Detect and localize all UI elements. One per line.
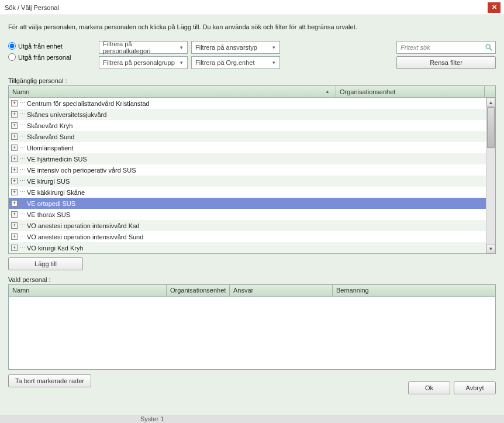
clear-filter-label: Rensa filter	[430, 59, 462, 66]
tree-row[interactable]: +⋯VE ortopedi SUS	[9, 198, 486, 209]
expand-icon[interactable]: +	[11, 200, 18, 207]
selected-table: Namn Organisationsenhet Ansvar Bemanning	[8, 284, 496, 370]
svg-point-0	[486, 44, 490, 49]
expand-icon[interactable]: +	[11, 122, 18, 129]
expand-icon[interactable]: +	[11, 233, 18, 240]
chevron-down-icon: ▾	[178, 44, 185, 51]
radio-personal-input[interactable]	[8, 53, 16, 61]
chevron-down-icon: ▾	[270, 59, 278, 67]
tree-row[interactable]: +⋯VO kirurgi Ksd Kryh	[9, 242, 486, 253]
tree-row[interactable]: +⋯Skånevård Sund	[9, 131, 486, 142]
tree-connector-icon: ⋯	[19, 122, 25, 129]
tree-row[interactable]: +⋯Centrum för specialisttandvård Kristia…	[9, 98, 486, 109]
tree-row-label: VE hjärtmedicin SUS	[27, 156, 87, 163]
filter-ansvarstyp-dropdown[interactable]: Filtrera på ansvarstyp ▾	[191, 41, 280, 54]
radio-from-unit[interactable]: Utgå från enhet	[8, 42, 93, 50]
freetext-search-input[interactable]: Fritext sök	[396, 41, 496, 54]
expand-icon[interactable]: +	[11, 133, 18, 140]
filter-personalkategori-dropdown[interactable]: Filtrera på personalkategori ▾	[99, 41, 188, 54]
expand-icon[interactable]: +	[11, 211, 18, 218]
tree-connector-icon: ⋯	[19, 166, 25, 174]
scroll-thumb[interactable]	[487, 107, 495, 148]
clear-filter-button[interactable]: Rensa filter	[396, 56, 496, 69]
tree-connector-icon: ⋯	[19, 200, 25, 207]
chevron-down-icon: ▾	[270, 44, 278, 51]
column-namn-label: Namn	[12, 88, 29, 95]
expand-icon[interactable]: +	[11, 145, 18, 151]
vcolumn-ansvar[interactable]: Ansvar	[230, 285, 333, 296]
dropdown-label: Filtrera på Org.enhet	[195, 59, 255, 66]
tree-row-label: VO anestesi operation intensivvård Ksd	[27, 222, 140, 229]
radio-unit-label: Utgå från enhet	[18, 43, 63, 50]
expand-icon[interactable]: +	[11, 222, 18, 229]
tree-body: +⋯Centrum för specialisttandvård Kristia…	[9, 98, 495, 253]
tree-row[interactable]: +⋯VE thorax SUS	[9, 209, 486, 220]
tree-row[interactable]: +⋯VE intensiv och perioperativ vård SUS	[9, 164, 486, 176]
search-icon	[485, 43, 493, 51]
window-title: Sök / Välj Personal	[4, 4, 488, 11]
close-icon: ✕	[492, 4, 497, 11]
tree-connector-icon: ⋯	[19, 144, 25, 152]
tree-row[interactable]: +⋯VE hjärtmedicin SUS	[9, 153, 486, 164]
scroll-track[interactable]	[486, 107, 495, 244]
tree-row-label: VE käkkirurgi Skåne	[27, 189, 85, 196]
selected-table-header: Namn Organisationsenhet Ansvar Bemanning	[9, 285, 495, 297]
expand-icon[interactable]: +	[11, 189, 18, 195]
scroll-up-icon[interactable]: ▲	[486, 98, 495, 107]
tree-row-label: VE thorax SUS	[27, 211, 70, 218]
cancel-button[interactable]: Avbryt	[454, 381, 496, 394]
expand-icon[interactable]: +	[11, 245, 18, 251]
tree-row-label: VE ortopedi SUS	[27, 200, 75, 207]
expand-icon[interactable]: +	[11, 167, 18, 173]
vcolumn-org[interactable]: Organisationsenhet	[167, 285, 230, 296]
tree-row[interactable]: +⋯Utomlänspatient	[9, 142, 486, 153]
ok-cancel-group: Ok Avbryt	[408, 381, 496, 394]
tree-row[interactable]: +⋯Skånes universitetssjukvård	[9, 109, 486, 120]
tree-connector-icon: ⋯	[19, 222, 25, 229]
right-filter-column: Fritext sök Rensa filter	[396, 41, 496, 69]
filter-row: Utgå från enhet Utgå från personal Filtr…	[8, 41, 496, 69]
tree-row[interactable]: +⋯VE kirurgi SUS	[9, 176, 486, 187]
expand-icon[interactable]: +	[11, 111, 18, 118]
tree-row[interactable]: +⋯VO anestesi operation intensivvård Ksd	[9, 220, 486, 231]
tree-connector-icon: ⋯	[19, 244, 25, 252]
tree-connector-icon: ⋯	[19, 177, 25, 185]
radio-from-personal[interactable]: Utgå från personal	[8, 53, 93, 61]
remove-button-label: Ta bort markerade rader	[15, 377, 84, 384]
column-spacer	[485, 86, 495, 97]
dropdown-label: Filtrera på personalkategori	[103, 40, 178, 54]
vcolumn-namn[interactable]: Namn	[9, 285, 167, 296]
ok-button[interactable]: Ok	[408, 381, 450, 394]
tree-connector-icon: ⋯	[19, 133, 25, 140]
expand-icon[interactable]: +	[11, 100, 18, 106]
tree-connector-icon: ⋯	[19, 99, 25, 107]
expand-icon[interactable]: +	[11, 156, 18, 162]
tree-row[interactable]: +⋯Skånevård Kryh	[9, 120, 486, 131]
vcolumn-bemanning[interactable]: Bemanning	[333, 285, 495, 296]
tree-row-label: Skånes universitetssjukvård	[27, 111, 106, 118]
tree-connector-icon: ⋯	[19, 188, 25, 196]
tree-connector-icon: ⋯	[19, 111, 25, 118]
expand-icon[interactable]: +	[11, 178, 18, 184]
filter-personalgrupp-dropdown[interactable]: Filtrera på personalgrupp ▾	[99, 56, 188, 69]
tree-row-label: VE kirurgi SUS	[27, 178, 70, 185]
add-button[interactable]: Lägg till	[8, 257, 83, 270]
tree-row[interactable]: +⋯VE käkkirurgi Skåne	[9, 187, 486, 198]
column-org[interactable]: Organisationsenhet	[336, 86, 485, 97]
available-personal-label: Tillgänglig personal :	[8, 77, 496, 84]
close-button[interactable]: ✕	[488, 2, 500, 13]
tree-header: Namn ▲ Organisationsenhet	[9, 86, 495, 98]
dropdown-grid: Filtrera på personalkategori ▾ Filtrera …	[99, 41, 280, 69]
filter-orgenhet-dropdown[interactable]: Filtrera på Org.enhet ▾	[191, 56, 280, 69]
tree-row-label: Skånevård Sund	[27, 133, 74, 140]
available-tree: Namn ▲ Organisationsenhet +⋯Centrum för …	[8, 85, 496, 254]
vertical-scrollbar[interactable]: ▲ ▼	[486, 98, 495, 253]
scroll-down-icon[interactable]: ▼	[486, 244, 495, 253]
tree-row-label: Skånevård Kryh	[27, 122, 73, 129]
radio-unit-input[interactable]	[8, 42, 16, 50]
column-namn[interactable]: Namn ▲	[9, 86, 336, 97]
tree-row-label: VO kirurgi Ksd Kryh	[27, 245, 84, 252]
remove-selected-button[interactable]: Ta bort markerade rader	[8, 374, 91, 387]
tree-row[interactable]: +⋯VO anestesi operation intensivvård Sun…	[9, 231, 486, 242]
search-placeholder: Fritext sök	[401, 44, 485, 51]
